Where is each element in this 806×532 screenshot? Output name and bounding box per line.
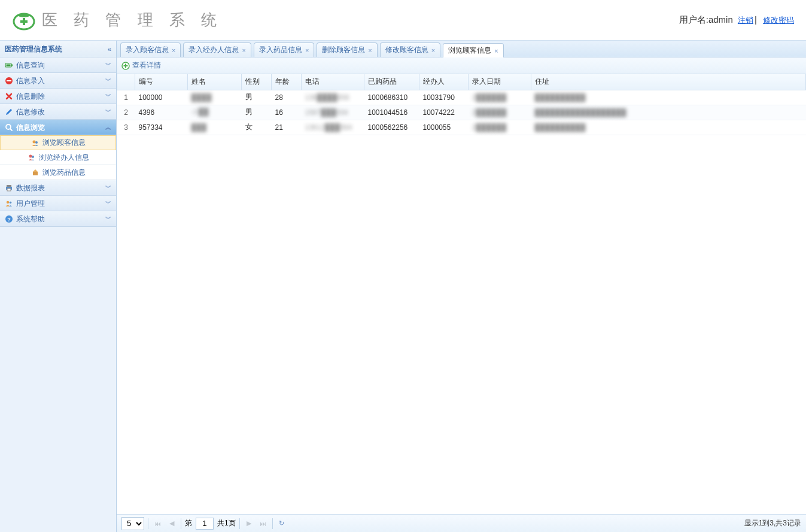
tab-3[interactable]: 删除顾客信息× [317, 42, 377, 57]
tab-close-icon[interactable]: × [172, 47, 175, 54]
username: admin [708, 14, 733, 25]
page-size-select[interactable]: 5 [121, 517, 144, 530]
change-password-link[interactable]: 修改密码 [763, 16, 794, 25]
chevron-icon: ︾ [105, 104, 111, 120]
col-header-3[interactable]: 性别 [242, 74, 272, 90]
chevron-icon: ︾ [105, 73, 111, 89]
table-row[interactable]: 1100000████男28136████6561000686310100317… [117, 90, 806, 105]
battery-icon [5, 61, 13, 69]
menu-item-6[interactable]: 用户管理︾ [0, 196, 116, 211]
menu-item-1[interactable]: 信息录入︾ [0, 73, 116, 89]
user-label: 用户名: [679, 14, 708, 25]
main-panel: 录入顾客信息×录入经办人信息×录入药品信息×删除顾客信息×修改顾客信息×浏览顾客… [117, 41, 806, 532]
menu-item-5[interactable]: 数据报表︾ [0, 180, 116, 196]
users-icon [5, 199, 13, 208]
tab-close-icon[interactable]: × [494, 47, 498, 54]
col-header-2[interactable]: 姓名 [188, 74, 242, 90]
pager-refresh-button[interactable]: ↻ [276, 518, 287, 529]
svg-rect-14 [7, 185, 11, 187]
tab-close-icon[interactable]: × [431, 47, 435, 54]
tab-2[interactable]: 录入药品信息× [254, 42, 314, 57]
col-header-1[interactable]: 编号 [135, 74, 188, 90]
tab-close-icon[interactable]: × [368, 47, 372, 54]
page-number-input[interactable] [196, 518, 214, 530]
leaf-cross-icon [12, 8, 36, 32]
tab-5[interactable]: 浏览顾客信息× [443, 43, 503, 57]
chevron-icon: ︾ [105, 211, 111, 227]
pager: 5 ⏮ ◀ 第 共1页 ▶ ⏭ ↻ 显示1到3,共3记录 [117, 514, 806, 532]
chevron-icon: ︾ [105, 57, 111, 73]
app-header: 医 药 管 理 系 统 用户名:admin 注销| 修改密码 [0, 0, 806, 41]
svg-rect-2 [20, 20, 28, 23]
app-title: 医 药 管 理 系 统 [42, 10, 223, 31]
tab-1[interactable]: 录入经办人信息× [183, 42, 251, 57]
svg-rect-7 [7, 80, 11, 81]
plus-circle-icon [121, 62, 130, 70]
col-header-8[interactable]: 录入日期 [469, 74, 531, 90]
svg-point-17 [7, 200, 9, 203]
col-header-9[interactable]: 住址 [531, 74, 806, 90]
menu-item-7[interactable]: ?系统帮助︾ [0, 211, 116, 227]
svg-rect-13 [33, 172, 38, 175]
table-row[interactable]: 3957334███女2113612███5641000562256100005… [117, 120, 806, 135]
chevron-icon: ︾ [105, 89, 111, 104]
tab-close-icon[interactable]: × [242, 47, 245, 54]
col-header-4[interactable]: 年龄 [272, 74, 302, 90]
submenu-item-1[interactable]: 浏览经办人信息 [0, 150, 116, 165]
app-logo: 医 药 管 理 系 统 [12, 8, 223, 32]
tab-close-icon[interactable]: × [305, 47, 309, 54]
menu-item-4[interactable]: 信息浏览︽ [0, 120, 116, 135]
svg-text:?: ? [7, 216, 11, 222]
chevron-icon: ︽ [105, 120, 111, 135]
col-header-0[interactable] [117, 74, 135, 90]
pager-next-button[interactable]: ▶ [244, 518, 254, 529]
svg-point-18 [10, 201, 12, 203]
svg-rect-16 [7, 189, 11, 191]
pencil-icon [5, 108, 13, 116]
col-header-5[interactable]: 电话 [302, 74, 364, 90]
submenu-item-0[interactable]: 浏览顾客信息 [0, 135, 116, 150]
svg-point-9 [32, 140, 35, 143]
col-header-6[interactable]: 已购药品 [364, 74, 419, 90]
svg-rect-4 [11, 64, 13, 66]
tab-0[interactable]: 录入顾客信息× [120, 42, 181, 57]
pager-summary: 显示1到3,共3记录 [744, 518, 801, 528]
no-entry-icon [5, 77, 13, 85]
view-detail-button[interactable]: 查看详情 [121, 60, 161, 71]
tab-bar: 录入顾客信息×录入经办人信息×录入药品信息×删除顾客信息×修改顾客信息×浏览顾客… [117, 41, 806, 57]
svg-rect-5 [7, 64, 11, 66]
pager-last-button[interactable]: ⏭ [258, 518, 269, 529]
sidebar: 医药管理信息系统 « 信息查询︾信息录入︾信息删除︾信息修改︾信息浏览︽浏览顾客… [0, 41, 117, 532]
logout-link[interactable]: 注销 [738, 16, 753, 25]
svg-rect-23 [124, 65, 128, 66]
pager-first-button[interactable]: ⏮ [152, 518, 163, 529]
sidebar-title: 医药管理信息系统 « [0, 41, 116, 57]
chevron-icon: ︾ [105, 180, 111, 196]
submenu-item-2[interactable]: 浏览药品信息 [0, 165, 116, 180]
user-area: 用户名:admin 注销| 修改密码 [679, 14, 794, 26]
svg-point-11 [29, 155, 32, 158]
svg-point-10 [35, 141, 38, 144]
pager-prev-button[interactable]: ◀ [166, 518, 177, 529]
sidebar-collapse-icon[interactable]: « [108, 41, 111, 57]
menu-item-2[interactable]: 信息删除︾ [0, 89, 116, 104]
data-grid: 编号姓名性别年龄电话已购药品经办人录入日期住址 1100000████男2813… [117, 74, 806, 514]
table-row[interactable]: 24396小██男161587███0041001044516100742222… [117, 105, 806, 120]
printer-icon [5, 184, 13, 192]
menu-item-0[interactable]: 信息查询︾ [0, 57, 116, 73]
menu-item-3[interactable]: 信息修改︾ [0, 104, 116, 120]
svg-point-12 [32, 156, 34, 158]
search-icon [5, 123, 13, 132]
col-header-7[interactable]: 经办人 [419, 74, 469, 90]
toolbar: 查看详情 [117, 57, 806, 74]
tab-4[interactable]: 修改顾客信息× [380, 42, 440, 57]
chevron-icon: ︾ [105, 196, 111, 211]
help-icon: ? [5, 215, 13, 223]
delete-icon [5, 92, 13, 101]
